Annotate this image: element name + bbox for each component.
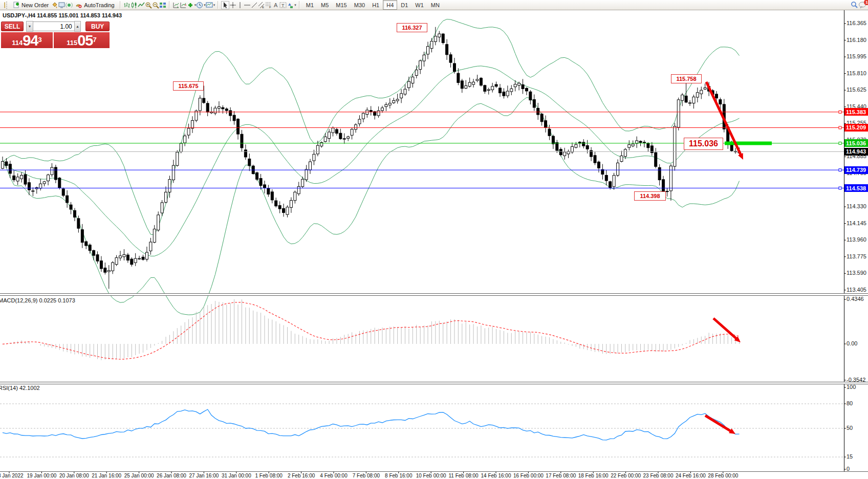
vertical-line-icon[interactable] <box>236 2 244 9</box>
autotrading-icon <box>75 2 82 9</box>
candle-bear <box>457 73 460 82</box>
price-annotation-label[interactable]: 114.398 <box>634 191 666 201</box>
sell-price-display[interactable]: 114 94 3 <box>1 32 53 48</box>
svg-text:F: F <box>269 6 271 9</box>
timeframe-button-m15[interactable]: M15 <box>332 0 350 10</box>
candle-bull <box>476 79 479 80</box>
candle-bull <box>355 125 357 129</box>
crosshair-icon[interactable] <box>229 2 236 9</box>
template-caret[interactable]: ▾ <box>213 3 215 7</box>
zoom-out-icon[interactable] <box>152 2 159 9</box>
trendline-icon[interactable] <box>251 2 258 9</box>
bar-chart-icon[interactable] <box>123 2 131 9</box>
candle-bull <box>214 108 216 113</box>
candle-bear <box>225 109 228 111</box>
candle-bear <box>237 119 240 134</box>
cursor-icon[interactable] <box>221 1 229 9</box>
candle-bull <box>624 149 626 157</box>
candle-bear <box>28 183 30 190</box>
chat-balloon-icon[interactable]: 1 <box>858 2 867 9</box>
candle-bear <box>548 129 551 136</box>
volume-increase-button[interactable]: ▲ <box>74 21 81 32</box>
timeframe-button-w1[interactable]: W1 <box>411 0 427 10</box>
candle-bull <box>415 70 418 76</box>
candle-bear <box>339 133 342 139</box>
profile-prev-icon[interactable] <box>172 2 180 9</box>
candle-bear <box>343 139 345 139</box>
mt4-terminal: New Order AutoTrading <box>0 0 868 479</box>
search-icon[interactable] <box>851 2 858 9</box>
price-tick-label: 115.995 <box>847 53 866 59</box>
toolbar-drag-handle[interactable] <box>6 2 9 9</box>
template-icon[interactable] <box>206 2 213 9</box>
time-axis-label: 16 Feb 00:00 <box>513 473 544 478</box>
candle-bull <box>613 176 615 187</box>
bucket-icon[interactable] <box>51 2 58 9</box>
volume-decrease-button[interactable]: ▼ <box>26 21 33 32</box>
candle-bear <box>715 94 718 98</box>
candle-bull <box>696 93 699 97</box>
horizontal-line-icon[interactable] <box>244 2 251 9</box>
candle-bull <box>157 215 160 230</box>
candle-bull <box>400 94 403 98</box>
candle-bear <box>719 100 722 104</box>
candle-bull <box>172 165 175 180</box>
timeframe-button-m5[interactable]: M5 <box>317 0 332 10</box>
candle-chart-icon[interactable] <box>131 2 138 9</box>
candle-bull <box>347 137 350 138</box>
candle-bull <box>134 258 137 263</box>
timeframe-button-m1[interactable]: M1 <box>302 0 317 10</box>
volume-input[interactable] <box>33 21 74 31</box>
text-label-icon[interactable]: T <box>279 2 287 9</box>
zoom-in-icon[interactable] <box>145 2 152 9</box>
period-clock-icon[interactable] <box>196 2 203 9</box>
buy-button[interactable]: BUY <box>85 21 110 31</box>
panel-divider-macd[interactable] <box>0 293 868 296</box>
text-icon[interactable]: A <box>272 2 279 9</box>
sell-button[interactable]: SELL <box>1 21 24 31</box>
candle-bear <box>643 142 645 143</box>
level-price-box: 114.538 <box>844 184 868 192</box>
level-price-box: 115.209 <box>844 124 868 132</box>
timeframe-button-mn[interactable]: MN <box>427 0 443 10</box>
timeframe-button-h4[interactable]: H4 <box>383 0 397 10</box>
candle-bull <box>149 242 152 251</box>
signal-icon[interactable] <box>66 2 73 9</box>
tile-windows-icon[interactable] <box>159 2 166 9</box>
autotrading-button[interactable]: AutoTrading <box>73 0 117 10</box>
price-annotation-label[interactable]: 116.327 <box>397 23 427 32</box>
line-handle <box>839 126 841 129</box>
timeframe-button-h1[interactable]: H1 <box>368 0 383 10</box>
timeframe-button-m30[interactable]: M30 <box>351 0 368 10</box>
svg-text:T: T <box>281 3 285 8</box>
candle-bull <box>195 111 198 120</box>
candle-bull <box>427 47 429 54</box>
candle-bull <box>407 81 410 88</box>
timeframe-button-d1[interactable]: D1 <box>397 0 411 10</box>
add-indicator-icon[interactable] <box>187 2 194 9</box>
terminal-icon[interactable] <box>58 2 66 9</box>
channel-icon[interactable]: E <box>258 2 265 9</box>
candle-bull <box>510 89 513 92</box>
candle-bear <box>495 84 497 86</box>
level-price-box: 114.739 <box>844 166 868 174</box>
price-annotation-label[interactable]: 115.758 <box>671 74 702 83</box>
candle-bear <box>605 175 607 181</box>
price-tick-label: 115.625 <box>847 86 866 93</box>
candle-bull <box>184 136 186 143</box>
fibonacci-icon[interactable]: F <box>265 2 272 9</box>
new-order-button[interactable]: New Order <box>10 0 51 10</box>
chart-canvas[interactable] <box>0 0 868 479</box>
profile-next-icon[interactable] <box>180 2 187 9</box>
toolbar-edge-icon[interactable] <box>2 2 5 9</box>
line-chart-icon[interactable] <box>138 2 145 9</box>
time-axis-label: 23 Feb 08:00 <box>643 473 674 478</box>
price-annotation-label[interactable]: 115.675 <box>173 81 204 91</box>
shapes-caret[interactable]: ▾ <box>294 3 296 7</box>
buy-price-display[interactable]: 115 05 7 <box>54 32 110 48</box>
shapes-icon[interactable] <box>287 2 294 9</box>
panel-divider-rsi[interactable] <box>0 382 868 384</box>
svg-text:E: E <box>262 6 264 9</box>
candle-bull <box>468 82 471 86</box>
price-annotation-label[interactable]: 115.036 <box>684 138 723 150</box>
